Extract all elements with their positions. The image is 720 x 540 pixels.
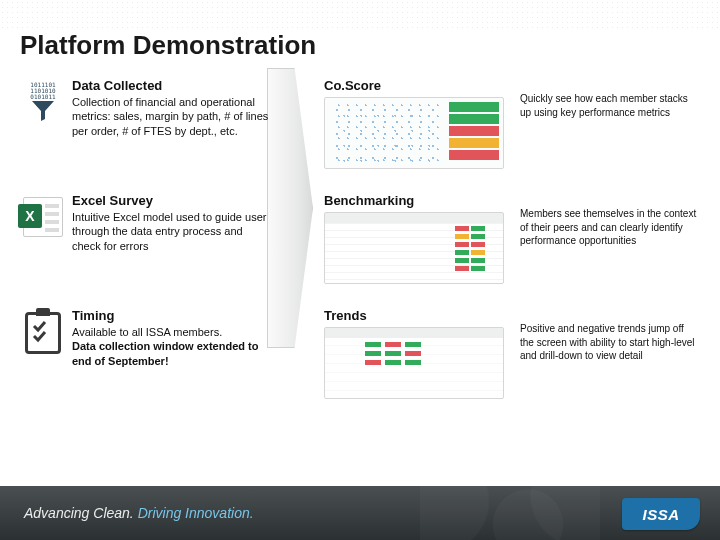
thumb-benchmarking [324,212,504,284]
content-grid: 1011101 1101010 0101011 Data Collected C… [20,78,708,399]
heading-coscore: Co.Score [324,78,514,93]
mid-block-coscore: Co.Score [324,78,514,169]
right-body-coscore: Quickly see how each member stacks up us… [520,78,700,169]
binary-bits: 1011101 1101010 0101011 [30,82,55,100]
right-body-benchmarking: Members see themselves in the context of… [520,193,700,284]
footer-hex-decor [420,484,600,540]
clipboard-icon [20,308,66,399]
issa-logo-badge: ISSA [622,498,700,530]
body-timing-1: Available to all ISSA members. [72,325,272,339]
funnel-icon: 1011101 1101010 0101011 [20,78,66,169]
mid-block-trends: Trends [324,308,514,399]
footer-bar: Advancing Clean. Driving Innovation. ISS… [0,486,720,540]
thumb-trends [324,327,504,399]
tagline-part2: Driving Innovation. [138,505,254,521]
right-body-trends: Positive and negative trends jump off th… [520,308,700,399]
mid-block-benchmarking: Benchmarking [324,193,514,284]
tagline-part1: Advancing Clean. [24,505,134,521]
heading-benchmarking: Benchmarking [324,193,514,208]
thumb-coscore [324,97,504,169]
excel-icon [20,193,66,284]
slide-title: Platform Demonstration [20,30,316,61]
left-block-excel-survey: Excel Survey Intuitive Excel model used … [72,193,272,284]
body-excel-survey: Intuitive Excel model used to guide user… [72,210,272,253]
heading-timing: Timing [72,308,272,323]
heading-excel-survey: Excel Survey [72,193,272,208]
body-data-collected: Collection of financial and operational … [72,95,272,138]
body-timing-2: Data collection window extended to end o… [72,339,272,368]
top-texture [0,0,720,28]
left-block-data-collected: Data Collected Collection of financial a… [72,78,272,169]
heading-trends: Trends [324,308,514,323]
svg-marker-0 [32,101,54,121]
left-block-timing: Timing Available to all ISSA members. Da… [72,308,272,399]
footer-tagline: Advancing Clean. Driving Innovation. [24,505,254,521]
heading-data-collected: Data Collected [72,78,272,93]
